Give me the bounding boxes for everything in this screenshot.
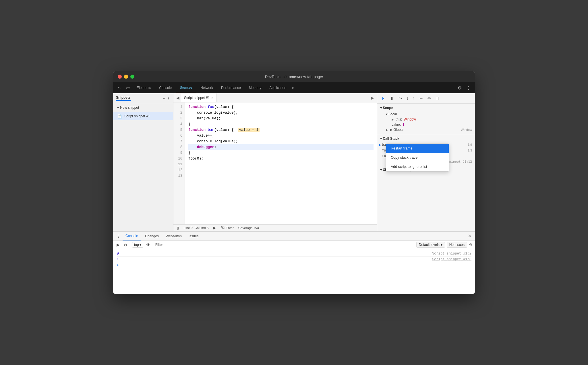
close-button[interactable] bbox=[118, 75, 122, 79]
sidebar: Snippets » ⋮ + New snippet 📄 Script snip… bbox=[113, 93, 173, 231]
device-icon[interactable]: ▭ bbox=[124, 85, 133, 91]
console-filter-input[interactable] bbox=[153, 242, 415, 247]
tab-application[interactable]: Application bbox=[265, 82, 290, 93]
right-panel: ⏵ ⏸ ↷ ↓ ↑ → ✏ ⏸ ▾ Scope ▾ Local bbox=[377, 93, 475, 231]
minimize-button[interactable] bbox=[124, 75, 128, 79]
editor-tab-close-icon[interactable]: × bbox=[211, 96, 213, 100]
console-close-button[interactable]: ✕ bbox=[467, 233, 473, 239]
console-context-label: top bbox=[134, 243, 139, 247]
frame-loc-bar: 1:9 bbox=[468, 143, 472, 146]
tab-network[interactable]: Network bbox=[196, 82, 217, 93]
window-controls bbox=[118, 75, 134, 79]
this-item[interactable]: ▶ this: Window bbox=[383, 117, 475, 122]
tab-sources[interactable]: Sources bbox=[176, 82, 196, 93]
devtools-tab-bar: ↖ ▭ Elements Console Sources Network Per… bbox=[113, 82, 475, 93]
step-out-button[interactable]: ↑ bbox=[411, 95, 416, 102]
snippet-item[interactable]: 📄 Script snippet #1 bbox=[113, 112, 173, 120]
code-line-12: foo(0); bbox=[188, 156, 374, 162]
code-line-6: function bar(value) { value = 1 bbox=[188, 127, 374, 133]
deactivate-breakpoints-button[interactable]: ✏ bbox=[426, 95, 432, 102]
context-menu-copy-stack-trace[interactable]: Copy stack trace bbox=[386, 153, 449, 162]
snippet-file-icon: 📄 bbox=[117, 114, 122, 119]
new-snippet-button[interactable]: + New snippet bbox=[113, 103, 173, 112]
global-val: Window bbox=[461, 128, 472, 131]
scope-section: ▾ Scope ▾ Local ▶ this: Window value: 1 bbox=[377, 104, 475, 134]
levels-chevron-icon: ▾ bbox=[441, 243, 442, 247]
step-over-button[interactable]: ↷ bbox=[397, 95, 403, 102]
step-into-button[interactable]: ↓ bbox=[405, 95, 410, 102]
run-icon: ▶ bbox=[213, 226, 216, 230]
code-line-9: debugger; bbox=[188, 144, 374, 150]
step-button[interactable]: → bbox=[418, 95, 425, 102]
settings-icon[interactable]: ⚙ bbox=[456, 85, 463, 91]
coverage-label: Coverage: n/a bbox=[238, 226, 259, 230]
code-line-3: bar(value); bbox=[188, 116, 374, 121]
console-menu-icon[interactable]: ⋮ bbox=[115, 234, 121, 238]
devtools-right-controls: ⚙ ⋮ bbox=[456, 85, 473, 91]
tab-elements[interactable]: Elements bbox=[133, 82, 155, 93]
local-header[interactable]: ▾ Local bbox=[383, 112, 475, 117]
more-tabs-icon[interactable]: » bbox=[290, 86, 296, 90]
editor-back-icon[interactable]: ◀ bbox=[175, 96, 181, 100]
value-key: value: bbox=[392, 123, 401, 127]
console-execute-icon[interactable]: ▶ bbox=[115, 242, 121, 248]
console-levels-selector[interactable]: Default levels ▾ bbox=[416, 242, 445, 248]
devtools-window: DevTools - chrome://new-tab-page/ ↖ ▭ El… bbox=[113, 71, 475, 294]
console-tab-console[interactable]: Console bbox=[123, 232, 141, 240]
code-line-1: function foo(value) { bbox=[188, 104, 374, 110]
editor-tab-script1[interactable]: Script snippet #1 × bbox=[181, 93, 216, 102]
prompt-symbol: > bbox=[117, 263, 119, 267]
console-tab-webauthn[interactable]: WebAuthn bbox=[163, 232, 185, 240]
more-options-icon[interactable]: ⋮ bbox=[465, 85, 473, 91]
snippet-name: Script snippet #1 bbox=[124, 114, 150, 118]
console-settings-icon[interactable]: ⚙ bbox=[469, 242, 473, 247]
sidebar-menu-icon[interactable]: ⋮ bbox=[167, 96, 170, 100]
issues-label: No Issues bbox=[449, 243, 465, 247]
editor-tab-name: Script snippet #1 bbox=[184, 96, 210, 100]
context-menu-add-to-ignore[interactable]: Add script to ignore list bbox=[386, 162, 449, 171]
tab-performance[interactable]: Performance bbox=[217, 82, 245, 93]
call-stack-header[interactable]: ▾ Call Stack bbox=[377, 135, 475, 142]
sidebar-header: Snippets » ⋮ bbox=[113, 93, 173, 103]
sidebar-more-icon[interactable]: » bbox=[163, 96, 165, 100]
maximize-button[interactable] bbox=[130, 75, 134, 79]
log-source-0[interactable]: Script snippet #1:2 bbox=[432, 252, 471, 256]
scope-content: ▾ Local ▶ this: Window value: 1 ▶ ▶ Glob… bbox=[377, 111, 475, 133]
tab-memory[interactable]: Memory bbox=[245, 82, 265, 93]
resume-button[interactable]: ⏵ bbox=[380, 95, 387, 102]
code-content[interactable]: function foo(value) { console.log(value)… bbox=[185, 102, 377, 224]
run-shortcut: ⌘+Enter bbox=[220, 226, 234, 230]
global-arrow: ▶ bbox=[386, 128, 388, 131]
tab-console[interactable]: Console bbox=[155, 82, 176, 93]
pause-button[interactable]: ⏸ bbox=[389, 95, 396, 102]
console-context-selector[interactable]: top ▾ bbox=[132, 242, 143, 248]
console-log-0: 0 Script snippet #1:2 bbox=[117, 251, 471, 257]
format-icon[interactable]: {} bbox=[177, 226, 179, 230]
new-snippet-label: + New snippet bbox=[117, 106, 139, 110]
global-item[interactable]: ▶ ▶ Global Window bbox=[383, 127, 475, 132]
frame-loc-foo: 1:3 bbox=[468, 149, 472, 152]
context-menu: Restart frame Copy stack trace Add scrip… bbox=[386, 143, 449, 172]
pause-on-exceptions-button[interactable]: ⏸ bbox=[434, 95, 441, 102]
window-title: DevTools - chrome://new-tab-page/ bbox=[265, 75, 323, 79]
editor-run-button[interactable]: ▶ bbox=[369, 96, 376, 100]
console-prompt[interactable]: > bbox=[117, 262, 471, 269]
main-area: Snippets » ⋮ + New snippet 📄 Script snip… bbox=[113, 93, 475, 231]
console-issues-button[interactable]: No Issues bbox=[447, 242, 467, 248]
value-val: 1 bbox=[403, 123, 405, 127]
code-line-4: } bbox=[188, 121, 374, 127]
cursor-icon[interactable]: ↖ bbox=[115, 85, 124, 91]
editor-tab-bar: ◀ Script snippet #1 × ▶ bbox=[173, 93, 377, 102]
context-menu-restart-frame[interactable]: Restart frame bbox=[386, 144, 449, 153]
console-log-1: 1 Script snippet #1:8 bbox=[117, 257, 471, 262]
console-eye-icon[interactable]: 👁 bbox=[145, 242, 151, 248]
console-tab-changes[interactable]: Changes bbox=[142, 232, 162, 240]
titlebar: DevTools - chrome://new-tab-page/ bbox=[113, 71, 475, 82]
call-stack-label: ▾ Call Stack bbox=[380, 137, 399, 141]
log-source-1[interactable]: Script snippet #1:8 bbox=[432, 257, 471, 261]
console-tab-issues[interactable]: Issues bbox=[186, 232, 202, 240]
console-block-icon[interactable]: ⊘ bbox=[123, 242, 128, 248]
console-output: 0 Script snippet #1:2 1 Script snippet #… bbox=[113, 249, 475, 294]
scope-header[interactable]: ▾ Scope bbox=[377, 105, 475, 111]
value-highlight: value = 1 bbox=[238, 128, 260, 132]
